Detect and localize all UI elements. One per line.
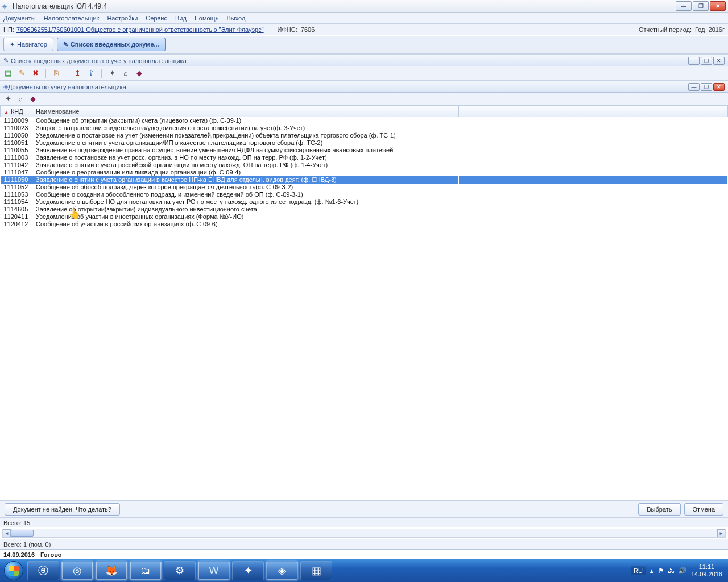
np-link[interactable]: 7606062551/760601001 Общество с ограниче… [16,26,264,33]
table-row[interactable]: 1110051Уведомление о снятии с учета орга… [1,139,728,147]
scroll-thumb[interactable] [11,530,34,537]
maximize-button[interactable]: ❐ [693,1,709,11]
cell-extra [459,139,728,147]
new-doc-icon[interactable]: ▤ [3,69,13,78]
cell-knd: 1114605 [1,206,32,213]
app-icon: ◈ [2,2,10,10]
panel2-minimize-button[interactable]: — [688,83,700,91]
table-row[interactable]: 1111003Заявление о постановке на учет ро… [1,154,728,161]
table-row[interactable]: 1120411Уведомление об участии в иностран… [1,213,728,221]
copy-icon[interactable]: ⎘ [52,69,61,78]
table-row[interactable]: 1110050Уведомление о постановке на учет … [1,132,728,139]
panel-close-button[interactable]: ✕ [713,57,725,65]
tray-up-arrow-icon[interactable]: ▴ [650,567,653,575]
flag-icon[interactable]: ⚑ [658,567,664,575]
cell-knd: 1110009 [1,117,32,125]
tools-icon[interactable]: ✦ [3,94,13,103]
task-app1[interactable]: ⚙ [164,561,196,580]
docs-selector-title-bar: ◈ Документы по учету налогоплательщика —… [0,81,728,93]
info-bar: НП: 7606062551/760601001 Общество с огра… [0,24,728,35]
table-row[interactable]: 1111054Уведомление о выборе НО для поста… [1,198,728,206]
table-row[interactable]: 1110009Сообщение об открытии (закрытии) … [1,117,728,125]
menu-exit[interactable]: Выход [226,15,245,22]
task-chrome[interactable]: ◎ [61,561,93,580]
cell-name: Сообщение о реорганизации или ликвидации… [32,169,459,176]
cell-extra [459,169,728,176]
task-app2[interactable]: ✦ [232,561,264,580]
task-firefox[interactable]: 🦊 [96,561,127,580]
cell-name: Заявление об открытии(закрытии) индивиду… [32,206,459,213]
col-name-header[interactable]: Наименование [32,106,459,117]
cell-name: Сообщение об обособ.подразд.,через котор… [32,184,459,191]
select-button[interactable]: Выбрать [638,503,680,516]
menu-help[interactable]: Помощь [195,15,219,22]
col-knd-header[interactable]: КНД [1,106,32,117]
menu-service[interactable]: Сервис [146,15,167,22]
cell-knd: 1110023 [1,124,32,132]
panel-maximize-button[interactable]: ❐ [701,57,712,65]
delete-icon[interactable]: ✖ [31,69,40,78]
docs-table-wrapper[interactable]: КНД Наименование 1110009Сообщение об отк… [0,105,728,500]
task-ie[interactable]: ⓔ [27,561,59,580]
network-icon[interactable]: 🖧 [668,567,675,575]
table-row[interactable]: 1110055Заявление на подтверждение права … [1,147,728,154]
cell-name: Уведомление о снятии с учета организации… [32,139,459,147]
task-np[interactable]: ◈ [266,561,298,580]
menu-documents[interactable]: Документы [3,15,36,22]
volume-icon[interactable]: 🔊 [678,567,686,575]
table-row[interactable]: 1110023Запрос о направлении свидетельств… [1,124,728,132]
cell-knd: 1110051 [1,139,32,147]
scroll-right-arrow[interactable]: ► [717,529,725,537]
navigator-button[interactable]: ✦ Навигатор [3,38,53,51]
export-icon[interactable]: ↥ [73,69,82,78]
table-row[interactable]: 1111053Сообщение о создании обособленног… [1,191,728,198]
task-word[interactable]: W [198,561,230,580]
table-row[interactable]: 1111042Заявление о снятии с учета россий… [1,161,728,169]
cell-extra [459,132,728,139]
scroll-left-arrow[interactable]: ◄ [3,529,11,537]
binoculars-icon[interactable]: ⌕ [16,94,25,103]
year-label: Год [695,26,705,33]
list-docs-button[interactable]: ✎ Список введенных докуме... [57,38,166,51]
ifns-value: 7606 [301,26,315,33]
edit-doc-icon[interactable]: ✎ [17,69,26,78]
table-row[interactable]: 1111052Сообщение об обособ.подразд.,чере… [1,184,728,191]
taskbar-clock[interactable]: 11:11 14.09.2016 [691,563,722,578]
menu-settings[interactable]: Настройки [107,15,138,22]
tools-icon[interactable]: ✦ [107,69,117,78]
panel-minimize-button[interactable]: — [688,57,700,65]
task-explorer[interactable]: 🗂 [130,561,162,580]
outer-total-status: Всего: 1 (пом. 0) [0,539,728,549]
diamond-icon[interactable]: ◆ [135,69,144,78]
close-button[interactable]: ✕ [710,1,726,11]
cancel-button[interactable]: Отмена [684,503,723,516]
menu-taxpayer[interactable]: Налогоплательщик [44,15,100,22]
entered-docs-title-bar: ✎ Список введенных документов по учету н… [0,55,728,66]
minimize-button[interactable]: — [676,1,692,11]
cell-extra [459,124,728,132]
diamond-icon[interactable]: ◆ [28,94,38,103]
upload-icon[interactable]: ⇪ [86,69,96,78]
cell-extra [459,206,728,213]
cell-extra [459,176,728,184]
cell-name: Запрос о направлении свидетельства/уведо… [32,124,459,132]
app-status-bar: 14.09.2016 Готово [0,549,728,559]
lang-indicator[interactable]: RU [631,566,646,575]
table-row[interactable]: 1114605Заявление об открытии(закрытии) и… [1,206,728,213]
start-button[interactable] [2,559,25,582]
table-row[interactable]: 1111047Сообщение о реорганизации или лик… [1,169,728,176]
cell-name: Уведомление о постановке на учет (измене… [32,132,459,139]
not-found-button[interactable]: Документ не найден. Что делать? [5,503,120,516]
menu-view[interactable]: Вид [175,15,187,22]
table-row[interactable]: 1111050Заявление о снятии с учета органи… [1,176,728,184]
cell-extra [459,184,728,191]
panel2-maximize-button[interactable]: ❐ [701,83,712,91]
docs-selector-footer: Документ не найден. Что делать? Выбрать … [0,500,728,517]
navigator-label: Навигатор [17,41,47,48]
task-app3[interactable]: ▦ [300,561,332,580]
table-row[interactable]: 1120412Сообщение об участии в российских… [1,221,728,228]
binoculars-icon[interactable]: ⌕ [121,69,130,78]
panel2-close-button[interactable]: ✕ [713,83,725,91]
col-extra-header[interactable] [459,106,728,117]
horizontal-scrollbar[interactable]: ◄ ► [2,529,726,538]
